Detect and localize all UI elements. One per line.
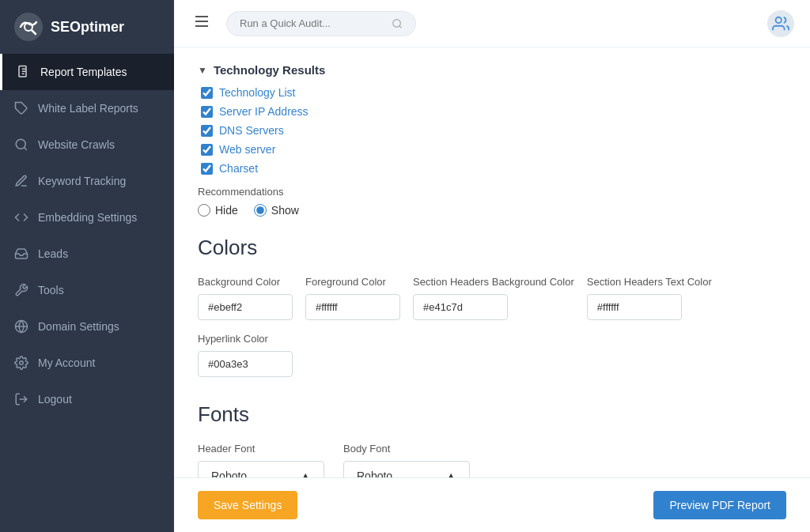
menu-icon bbox=[193, 13, 210, 30]
svg-point-15 bbox=[776, 17, 782, 22]
logo-icon bbox=[14, 13, 43, 41]
radio-label-hide: Hide bbox=[215, 204, 238, 217]
checkbox-input-web-server[interactable] bbox=[201, 144, 213, 156]
app-logo: SEOptimer bbox=[0, 0, 174, 54]
sidebar-label-leads: Leads bbox=[38, 247, 68, 260]
technology-checkboxes: Technology List Server IP Address DNS Se… bbox=[201, 86, 786, 175]
sidebar-label-embedding-settings: Embedding Settings bbox=[38, 211, 137, 224]
sidebar-item-tools[interactable]: Tools bbox=[0, 272, 174, 308]
main-content: ▼ Technology Results Technology List Ser… bbox=[174, 47, 810, 477]
sidebar-label-website-crawls: Website Crawls bbox=[38, 138, 115, 151]
recommendations-label: Recommendations bbox=[198, 186, 786, 198]
colors-title: Colors bbox=[198, 236, 786, 260]
font-value-body: Roboto bbox=[357, 470, 392, 477]
color-label-background: Background Color bbox=[198, 276, 293, 289]
svg-point-8 bbox=[20, 361, 24, 365]
color-input-section-text[interactable] bbox=[587, 294, 682, 320]
color-label-hyperlink: Hyperlink Color bbox=[198, 333, 293, 346]
checkbox-label-technology-list: Technology List bbox=[219, 86, 296, 99]
tag-icon bbox=[14, 101, 28, 115]
radio-show[interactable]: Show bbox=[254, 204, 299, 217]
sidebar-label-domain-settings: Domain Settings bbox=[38, 320, 119, 333]
checkbox-input-charset[interactable] bbox=[201, 163, 213, 175]
checkbox-web-server[interactable]: Web server bbox=[201, 143, 786, 156]
font-label-header: Header Font bbox=[198, 443, 324, 456]
footer-bar: Save Settings Preview PDF Report bbox=[174, 477, 810, 532]
sidebar-item-website-crawls[interactable]: Website Crawls bbox=[0, 126, 174, 163]
color-field-section-bg: Section Headers Background Color bbox=[413, 276, 574, 320]
sidebar-label-logout: Logout bbox=[38, 393, 72, 406]
radio-label-show: Show bbox=[271, 204, 299, 217]
file-icon bbox=[17, 65, 31, 79]
sidebar-item-keyword-tracking[interactable]: Keyword Tracking bbox=[0, 163, 174, 199]
color-field-foreground: Foreground Color bbox=[305, 276, 400, 320]
color-input-background[interactable] bbox=[198, 294, 293, 320]
sidebar-label-my-account: My Account bbox=[38, 357, 95, 369]
color-field-section-text: Section Headers Text Color bbox=[587, 276, 712, 320]
search-icon bbox=[392, 17, 403, 30]
font-field-header: Header Font Roboto ▲ bbox=[198, 443, 324, 477]
sidebar-item-logout[interactable]: Logout bbox=[0, 381, 174, 417]
svg-line-5 bbox=[24, 147, 26, 149]
user-avatar[interactable] bbox=[767, 10, 794, 37]
color-input-hyperlink[interactable] bbox=[198, 351, 293, 377]
color-input-foreground[interactable] bbox=[305, 294, 400, 320]
collapse-icon[interactable]: ▼ bbox=[198, 65, 207, 76]
checkbox-technology-list[interactable]: Technology List bbox=[201, 86, 786, 99]
radio-input-hide[interactable] bbox=[198, 204, 210, 217]
search-bar[interactable] bbox=[226, 11, 416, 36]
checkbox-input-dns-servers[interactable] bbox=[201, 125, 213, 137]
color-fields: Background Color Foreground Color Sectio… bbox=[198, 276, 786, 377]
sidebar-item-leads[interactable]: Leads bbox=[0, 236, 174, 272]
color-label-section-text: Section Headers Text Color bbox=[587, 276, 712, 289]
sidebar-item-report-templates[interactable]: Report Templates bbox=[0, 54, 174, 90]
preview-pdf-button[interactable]: Preview PDF Report bbox=[653, 491, 786, 519]
font-select-body[interactable]: Roboto ▲ bbox=[343, 461, 470, 477]
topbar bbox=[174, 0, 810, 47]
hamburger-menu[interactable] bbox=[190, 9, 214, 37]
font-chevron-body: ▲ bbox=[445, 470, 456, 477]
colors-section: Colors Background Color Foreground Color… bbox=[198, 236, 786, 377]
inbox-icon bbox=[14, 247, 28, 261]
color-input-section-bg[interactable] bbox=[413, 294, 508, 320]
sidebar: SEOptimer Report Templates White Label R… bbox=[0, 0, 174, 532]
checkbox-input-server-ip[interactable] bbox=[201, 106, 213, 118]
checkbox-server-ip[interactable]: Server IP Address bbox=[201, 105, 786, 118]
sidebar-item-domain-settings[interactable]: Domain Settings bbox=[0, 308, 174, 345]
sidebar-label-keyword-tracking: Keyword Tracking bbox=[38, 175, 126, 187]
topbar-right bbox=[767, 10, 794, 37]
sidebar-item-white-label-reports[interactable]: White Label Reports bbox=[0, 90, 174, 126]
checkbox-dns-servers[interactable]: DNS Servers bbox=[201, 124, 786, 137]
color-field-background: Background Color bbox=[198, 276, 293, 320]
code-icon bbox=[14, 210, 28, 224]
app-name: SEOptimer bbox=[51, 19, 124, 36]
technology-results-header: ▼ Technology Results bbox=[198, 63, 786, 77]
font-select-header[interactable]: Roboto ▲ bbox=[198, 461, 324, 477]
search-icon bbox=[14, 138, 28, 152]
radio-input-show[interactable] bbox=[254, 204, 267, 217]
checkbox-input-technology-list[interactable] bbox=[201, 87, 213, 99]
sidebar-label-white-label: White Label Reports bbox=[38, 102, 138, 115]
recommendations-radio-group: Hide Show bbox=[198, 204, 786, 217]
sidebar-item-my-account[interactable]: My Account bbox=[0, 345, 174, 381]
search-input[interactable] bbox=[240, 17, 385, 29]
sidebar-label-tools: Tools bbox=[38, 284, 64, 296]
checkbox-charset[interactable]: Charset bbox=[201, 162, 786, 175]
svg-point-0 bbox=[14, 13, 43, 41]
settings-icon bbox=[14, 356, 28, 370]
save-settings-button[interactable]: Save Settings bbox=[198, 491, 297, 519]
sidebar-navigation: Report Templates White Label Reports Web… bbox=[0, 54, 174, 532]
font-label-body: Body Font bbox=[343, 443, 470, 456]
sidebar-label-report-templates: Report Templates bbox=[40, 66, 127, 78]
font-field-body: Body Font Roboto ▲ bbox=[343, 443, 470, 477]
users-icon bbox=[772, 15, 789, 32]
technology-results-title: Technology Results bbox=[214, 63, 325, 77]
logout-icon bbox=[14, 392, 28, 406]
pencil-icon bbox=[14, 174, 28, 188]
radio-hide[interactable]: Hide bbox=[198, 204, 238, 217]
font-chevron-header: ▲ bbox=[300, 470, 311, 477]
color-label-section-bg: Section Headers Background Color bbox=[413, 276, 574, 289]
sidebar-item-embedding-settings[interactable]: Embedding Settings bbox=[0, 199, 174, 236]
globe-icon bbox=[14, 319, 28, 334]
color-field-hyperlink: Hyperlink Color bbox=[198, 333, 293, 377]
